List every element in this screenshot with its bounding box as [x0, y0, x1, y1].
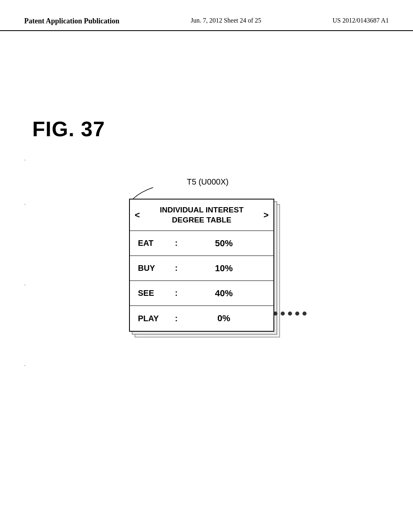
table-row: SEE : 40% [130, 281, 273, 306]
connector-line [129, 187, 177, 200]
patent-number: US 2012/0143687 A1 [332, 16, 389, 25]
table-row: EAT : 50% [130, 231, 273, 256]
row-value-eat: 50% [182, 238, 265, 249]
card-title: INDIVIDUAL INTEREST DEGREE TABLE [140, 205, 263, 225]
cards-wrapper: < INDIVIDUAL INTEREST DEGREE TABLE > EAT… [129, 199, 274, 332]
nav-left-arrow[interactable]: < [135, 210, 140, 220]
tick-mark-1: · [24, 157, 26, 164]
publication-label: Patent Application Publication [24, 16, 119, 26]
tick-mark-3: · [24, 282, 26, 289]
row-colon-eat: : [170, 239, 182, 248]
dot-6 [302, 312, 307, 316]
dot-4 [288, 312, 292, 316]
t5-label: T5 (U000X) [101, 177, 315, 187]
diagram: T5 (U000X) < INDIVIDUAL INTEREST DEGREE … [89, 177, 315, 332]
row-colon-buy: : [170, 264, 182, 273]
row-label-eat: EAT [138, 239, 170, 248]
nav-right-arrow[interactable]: > [263, 210, 269, 220]
row-value-see: 40% [182, 288, 265, 299]
main-card: < INDIVIDUAL INTEREST DEGREE TABLE > EAT… [129, 199, 274, 332]
row-value-buy: 10% [182, 263, 265, 274]
header: Patent Application Publication Jun. 7, 2… [0, 16, 413, 31]
figure-label: FIG. 37 [32, 117, 105, 141]
row-label-play: PLAY [138, 314, 170, 323]
sheet-info: Jun. 7, 2012 Sheet 24 of 25 [191, 16, 261, 25]
table-row: BUY : 10% [130, 256, 273, 281]
tick-mark-4: · [24, 363, 26, 369]
table-row: PLAY : 0% [130, 306, 273, 331]
tick-mark-2: · [24, 202, 26, 208]
dot-3 [281, 312, 285, 316]
row-colon-see: : [170, 289, 182, 298]
row-value-play: 0% [182, 313, 265, 324]
dot-5 [295, 312, 299, 316]
card-header: < INDIVIDUAL INTEREST DEGREE TABLE > [130, 200, 273, 231]
row-label-buy: BUY [138, 264, 170, 273]
row-colon-play: : [170, 314, 182, 323]
row-label-see: SEE [138, 289, 170, 298]
